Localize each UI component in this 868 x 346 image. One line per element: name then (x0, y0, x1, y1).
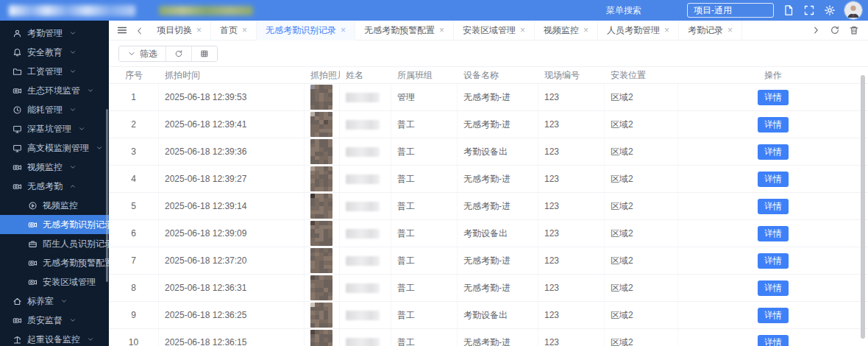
sidebar-item[interactable]: 无感考勤 (0, 177, 109, 196)
detail-button[interactable]: 详情 (758, 199, 789, 214)
sidebar-scrollbar[interactable] (106, 109, 108, 282)
document-icon[interactable] (783, 4, 794, 16)
cell-capture-photo (305, 220, 340, 247)
sidebar-item-label: 无感考勤 (27, 180, 63, 193)
detail-button[interactable]: 详情 (758, 144, 789, 160)
captured-photo[interactable] (310, 194, 332, 219)
cell-index: 3 (109, 138, 159, 165)
cell-capture-time: 2025-06-18 12:36:31 (159, 275, 305, 301)
sidebar-item[interactable]: 高支模监测管理 (0, 138, 109, 158)
tab-close-icon[interactable]: × (196, 26, 202, 35)
sidebar-subitem[interactable]: 安装区域管理 (0, 272, 109, 292)
captured-photo[interactable] (310, 139, 332, 164)
cell-site-number: 123 (538, 166, 605, 192)
captured-photo[interactable] (310, 85, 332, 110)
chevron-down-icon (69, 68, 77, 75)
table-row: 8 2025-06-18 12:36:31 普工 无感考勤-进 123 区域2 … (109, 275, 868, 302)
sidebar-item[interactable]: 工资管理 (0, 62, 109, 81)
sidebar-item-label: 起重设备监控 (27, 333, 80, 346)
tab[interactable]: 人员考勤管理× (598, 21, 679, 40)
main-content: 筛选 序号抓拍时间抓拍照片姓名所属班组设备名称现场编号安装位置操作 1 2025… (109, 40, 868, 346)
sidebar-subitem-label: 无感考勤预警配置 (43, 257, 109, 269)
tab-close-icon[interactable]: × (242, 26, 247, 35)
cell-index: 5 (109, 193, 159, 219)
tab-close-icon[interactable]: × (728, 26, 733, 35)
tab-close-icon[interactable]: × (439, 26, 444, 35)
scroll-tabs-right-icon[interactable] (811, 25, 821, 35)
project-selector[interactable]: 项目-通用 (687, 3, 774, 18)
table-row: 6 2025-06-18 12:39:09 普工 考勤设备出 123 区域2 详… (109, 220, 868, 247)
column-settings-button[interactable] (191, 46, 217, 61)
sidebar-item-label: 考勤管理 (27, 27, 63, 40)
refresh-tab-icon[interactable] (830, 25, 840, 35)
redacted-name (346, 283, 380, 293)
camera-icon (13, 182, 22, 191)
tab[interactable]: 首页× (211, 21, 257, 40)
captured-photo[interactable] (310, 112, 332, 137)
menu-search-trigger[interactable]: 菜单搜索 (606, 4, 641, 17)
top-menu-redacted (159, 6, 253, 15)
captured-photo[interactable] (310, 303, 332, 328)
tab-close-icon[interactable]: × (341, 26, 346, 35)
sidebar-item[interactable]: 考勤管理 (0, 24, 109, 43)
sidebar-item[interactable]: 视频监控 (0, 158, 109, 177)
sidebar-subitem[interactable]: 无感考勤识别记录 (0, 215, 109, 234)
avatar[interactable] (844, 1, 862, 19)
detail-button[interactable]: 详情 (758, 226, 789, 241)
sidebar-subitem[interactable]: 无感考勤预警配置 (0, 253, 109, 272)
cell-capture-photo (305, 166, 340, 192)
cell-capture-time: 2025-06-18 12:36:25 (159, 302, 305, 328)
captured-photo[interactable] (310, 275, 332, 300)
sidebar-item[interactable]: 深基坑管理 (0, 119, 109, 138)
sidebar-item[interactable]: 能耗管理 (0, 100, 109, 119)
detail-button[interactable]: 详情 (758, 117, 789, 133)
sidebar-item[interactable]: 标养室 (0, 292, 109, 311)
detail-button[interactable]: 详情 (758, 280, 789, 296)
tab-close-icon[interactable]: × (520, 26, 525, 35)
tab[interactable]: 无感考勤预警配置× (355, 21, 454, 40)
tab[interactable]: 无感考勤识别记录× (257, 21, 355, 40)
captured-photo[interactable] (310, 330, 332, 346)
scroll-tabs-left-icon[interactable] (135, 25, 145, 35)
sidebar-item[interactable]: 质安监督 (0, 311, 109, 330)
detail-button[interactable]: 详情 (758, 253, 789, 269)
cell-index: 1 (109, 84, 159, 110)
detail-button[interactable]: 详情 (758, 308, 789, 323)
app-window: 菜单搜索 项目-通用 考勤管理安全教育工资管理生态环境监管能耗管理深基坑管理高支… (0, 0, 868, 346)
detail-button[interactable]: 详情 (758, 335, 789, 346)
tab-close-icon[interactable]: × (664, 26, 669, 35)
table-row: 10 2025-06-18 12:36:15 普工 无感考勤-进 123 区域2… (109, 329, 868, 346)
gear-icon[interactable] (824, 4, 836, 16)
close-tabs-icon[interactable] (849, 25, 859, 35)
detail-button[interactable]: 详情 (758, 172, 789, 187)
sidebar-item[interactable]: 生态环境监管 (0, 81, 109, 100)
detail-button[interactable]: 详情 (758, 90, 789, 105)
redacted-name (346, 338, 380, 346)
fullscreen-icon[interactable] (803, 4, 815, 16)
table-row: 4 2025-06-18 12:39:27 普工 无感考勤-进 123 区域2 … (109, 166, 868, 193)
sidebar-item[interactable]: 起重设备监控 (0, 330, 109, 346)
tab[interactable]: 考勤记录× (679, 21, 742, 40)
briefcase-icon (28, 239, 38, 249)
cell-name (340, 111, 391, 138)
collapse-menu-icon[interactable] (116, 24, 128, 36)
tab[interactable]: 安装区域管理× (454, 21, 535, 40)
refresh-table-button[interactable] (166, 46, 191, 61)
tab-close-icon[interactable]: × (583, 26, 588, 35)
tab-label: 无感考勤预警配置 (364, 24, 435, 37)
cell-capture-time: 2025-06-18 12:36:15 (159, 329, 305, 346)
tab[interactable]: 项目切换× (148, 21, 211, 40)
sidebar-subitem[interactable]: 陌生人员识别记录 (0, 234, 109, 253)
cell-device-name: 无感考勤-进 (458, 111, 538, 138)
chevron-down-icon (69, 49, 77, 56)
captured-photo[interactable] (310, 221, 332, 246)
sidebar-item[interactable]: 安全教育 (0, 43, 109, 62)
sidebar-item-label: 标养室 (27, 295, 54, 308)
tab[interactable]: 视频监控× (535, 21, 598, 40)
captured-photo[interactable] (310, 166, 332, 191)
cell-install-location: 区域2 (605, 302, 678, 328)
captured-photo[interactable] (310, 248, 332, 273)
sidebar-subitem[interactable]: 视频监控 (0, 196, 109, 215)
table-scrollbar[interactable] (861, 75, 865, 339)
filter-button[interactable]: 筛选 (119, 46, 166, 61)
